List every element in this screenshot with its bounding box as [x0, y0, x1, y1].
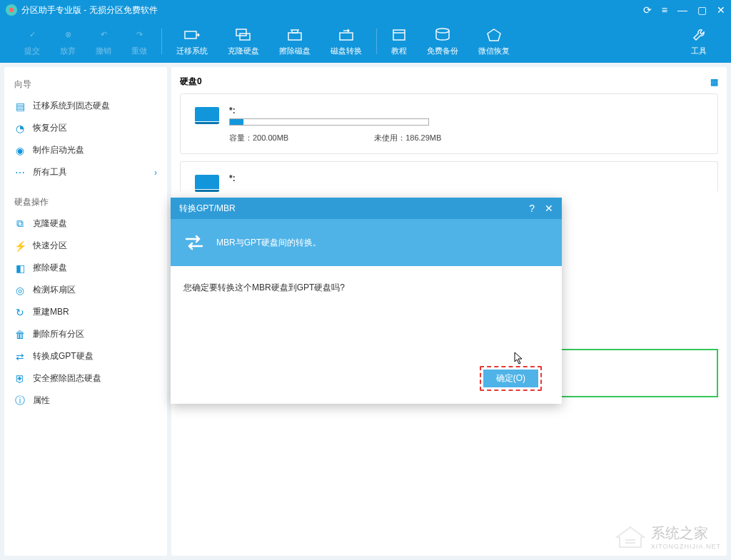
ok-button[interactable]: 确定(O) [483, 370, 538, 387]
check-icon: ✓ [24, 27, 40, 43]
sidebar-item-label: 安全擦除固态硬盘 [33, 372, 101, 385]
sidebar-item-label: 重建MBR [33, 306, 69, 318]
tutorial-button[interactable]: 教程 [381, 27, 417, 56]
scan-icon: ◎ [14, 285, 26, 296]
sidebar-item-rebuild-mbr[interactable]: ↻重建MBR [4, 301, 167, 323]
wechat-icon [486, 27, 502, 43]
wipe-icon [287, 27, 303, 43]
commit-button: ✓提交 [14, 27, 50, 56]
close-icon[interactable]: ✕ [545, 203, 553, 214]
maximize-icon[interactable]: ▢ [697, 4, 707, 16]
view-mode-icon[interactable]: ▦ [710, 77, 718, 87]
drive-icon [195, 175, 219, 189]
convert-disk-button[interactable]: 磁盘转换 [321, 27, 372, 56]
svg-rect-5 [393, 30, 405, 40]
undo-button: ↶撤销 [86, 27, 121, 56]
dialog-titlebar: 转换GPT/MBR ? ✕ [171, 198, 562, 219]
partition-label: *: [229, 173, 703, 183]
toolbar: ✓提交 ⊗放弃 ↶撤销 ↷重做 迁移系统 克隆硬盘 擦除磁盘 磁盘转换 教程 免… [0, 20, 731, 63]
menu-icon[interactable]: ≡ [662, 4, 667, 16]
sidebar-item-bootdisk[interactable]: ◉制作启动光盘 [4, 139, 167, 161]
svg-point-7 [436, 29, 449, 33]
sidebar-item-migrate-ssd[interactable]: ▤迁移系统到固态硬盘 [4, 95, 167, 117]
clone-icon: ⧉ [14, 218, 26, 230]
house-icon [615, 526, 645, 549]
refresh-icon: ↻ [14, 307, 26, 318]
sidebar-item-label: 转换成GPT硬盘 [33, 350, 94, 362]
sidebar-item-all-tools[interactable]: ⋯所有工具› [4, 161, 167, 183]
help-icon[interactable]: ? [529, 203, 535, 214]
dialog-header-text: MBR与GPT硬盘间的转换。 [216, 237, 321, 249]
undo-icon: ↶ [96, 27, 111, 43]
clone-disk-button[interactable]: 克隆硬盘 [218, 27, 269, 56]
eraser-icon: ◧ [14, 263, 26, 274]
svg-rect-0 [185, 31, 196, 39]
more-icon: ⋯ [14, 167, 26, 178]
window-title: 分区助手专业版 - 无损分区免费软件 [21, 4, 643, 16]
info-icon: ⓘ [14, 395, 26, 407]
sidebar-item-clone-disk[interactable]: ⧉克隆硬盘 [4, 213, 167, 235]
svg-rect-4 [340, 33, 353, 40]
partition-label: *: [229, 106, 703, 116]
bolt-icon: ⚡ [14, 240, 26, 252]
backup-icon [435, 27, 450, 43]
chevron-right-icon: › [154, 168, 157, 178]
unused-text: 未使用：186.29MB [374, 133, 441, 143]
sidebar-item-label: 所有工具 [33, 166, 67, 178]
swap-icon: ⇄ [14, 351, 26, 362]
migrate-icon [184, 27, 200, 43]
trash-icon: 🗑 [14, 329, 26, 340]
backup-button[interactable]: 免费备份 [417, 27, 468, 56]
minimize-icon[interactable]: — [677, 4, 687, 16]
wizard-section-title: 向导 [4, 73, 167, 95]
sidebar-item-label: 恢复分区 [33, 122, 67, 134]
clone-icon [236, 27, 251, 43]
sidebar-item-label: 删除所有分区 [33, 328, 84, 340]
sidebar-item-label: 迁移系统到固态硬盘 [33, 100, 110, 112]
sidebar-item-label: 快速分区 [33, 240, 67, 252]
app-icon [6, 4, 17, 16]
sidebar-item-secure-wipe[interactable]: ⛨安全擦除固态硬盘 [4, 367, 167, 390]
book-icon [391, 27, 407, 43]
wrench-icon [691, 27, 707, 43]
svg-rect-3 [288, 33, 301, 40]
disk-header: 硬盘0 ▦ [180, 73, 718, 93]
disc-icon: ◉ [14, 145, 26, 156]
redo-button: ↷重做 [121, 27, 157, 56]
svg-rect-2 [240, 34, 250, 40]
sidebar-item-label: 制作启动光盘 [33, 144, 84, 156]
sidebar-item-quick-partition[interactable]: ⚡快速分区 [4, 235, 167, 257]
partition-card[interactable]: *: 容量：200.00MB 未使用：186.29MB [180, 93, 718, 154]
sidebar-item-bad-sector[interactable]: ◎检测坏扇区 [4, 279, 167, 301]
migrate-system-button[interactable]: 迁移系统 [166, 27, 218, 56]
close-icon[interactable]: ✕ [717, 4, 725, 16]
sidebar-item-label: 属性 [33, 394, 50, 407]
refresh-icon[interactable]: ⟳ [643, 4, 652, 16]
sidebar-item-label: 检测坏扇区 [33, 284, 76, 296]
ok-button-highlight: 确定(O) [480, 366, 542, 391]
partition-card[interactable]: *: [180, 161, 718, 192]
svg-rect-1 [236, 29, 246, 36]
convert-icon [338, 27, 354, 43]
sidebar-item-delete-all[interactable]: 🗑删除所有分区 [4, 323, 167, 345]
dialog-title: 转换GPT/MBR [179, 203, 236, 215]
drive-icon [195, 107, 219, 121]
dialog-body: 您确定要转换这个MBR硬盘到GPT硬盘吗? [171, 266, 562, 366]
dialog-header: MBR与GPT硬盘间的转换。 [171, 219, 562, 266]
wipe-disk-button[interactable]: 擦除磁盘 [269, 27, 321, 56]
sidebar-item-wipe-disk[interactable]: ◧擦除硬盘 [4, 257, 167, 279]
redo-icon: ↷ [131, 27, 147, 43]
sidebar-item-convert-gpt[interactable]: ⇄转换成GPT硬盘 [4, 345, 167, 367]
tools-button[interactable]: 工具 [681, 27, 717, 56]
dialog-message: 您确定要转换这个MBR硬盘到GPT硬盘吗? [183, 282, 345, 292]
capacity-text: 容量：200.00MB [229, 133, 288, 143]
swap-icon [183, 232, 205, 253]
sidebar-item-label: 克隆硬盘 [33, 218, 67, 230]
ssd-icon: ▤ [14, 101, 26, 112]
sidebar: 向导 ▤迁移系统到固态硬盘 ◔恢复分区 ◉制作启动光盘 ⋯所有工具› 硬盘操作 … [4, 67, 167, 556]
shield-icon: ⛨ [14, 373, 26, 385]
wechat-recover-button[interactable]: 微信恢复 [468, 27, 520, 56]
sidebar-item-recover[interactable]: ◔恢复分区 [4, 117, 167, 139]
sidebar-item-properties[interactable]: ⓘ属性 [4, 390, 167, 412]
pie-icon: ◔ [14, 123, 26, 134]
